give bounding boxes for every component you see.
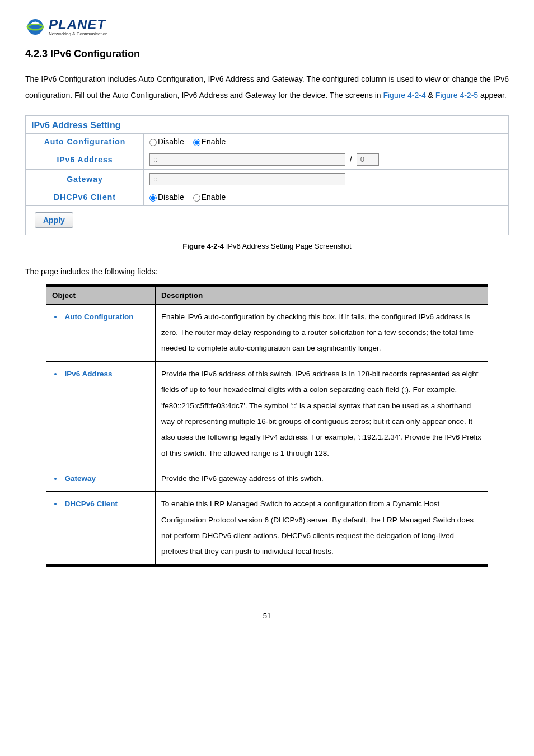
auto-config-disable-option[interactable]: Disable — [149, 137, 184, 146]
intro-suffix: appear. — [480, 91, 507, 100]
logo-name: PLANET — [49, 18, 107, 31]
dhcpv6-enable-text: Enable — [202, 193, 226, 202]
planet-globe-icon — [25, 17, 45, 37]
obj-auto-config: Auto Configuration — [54, 309, 149, 325]
auto-config-enable-text: Enable — [202, 137, 226, 146]
fields-intro: The page includes the following fields: — [25, 267, 509, 276]
figure-link-4-2-5[interactable]: Figure 4-2-5 — [435, 91, 478, 100]
table-row: Gateway Provide the IPv6 gateway address… — [46, 466, 488, 491]
panel-title: IPv6 Address Setting — [26, 116, 508, 133]
gateway-label: Gateway — [26, 169, 144, 189]
dhcpv6-disable-text: Disable — [158, 193, 184, 202]
intro-paragraph: The IPv6 Configuration includes Auto Con… — [25, 71, 509, 104]
obj-gateway: Gateway — [54, 471, 149, 487]
table-row: DHCPv6 Client To enable this LRP Managed… — [46, 492, 488, 564]
auto-config-enable-option[interactable]: Enable — [193, 137, 226, 146]
section-heading: 4.2.3 IPv6 Configuration — [25, 48, 509, 60]
dhcpv6-client-label: DHCPv6 Client — [26, 189, 144, 205]
fields-table: Object Description Auto Configuration En… — [46, 286, 488, 565]
auto-config-disable-radio[interactable] — [149, 139, 157, 146]
desc-auto-config: Enable IPv6 auto-configuration by checki… — [156, 304, 488, 361]
figure-link-4-2-4[interactable]: Figure 4-2-4 — [383, 91, 425, 100]
dhcpv6-disable-radio[interactable] — [149, 194, 157, 202]
prefix-slash: / — [350, 155, 352, 164]
col-header-description: Description — [156, 286, 488, 304]
dhcpv6-enable-option[interactable]: Enable — [193, 193, 226, 202]
obj-dhcpv6-client: DHCPv6 Client — [54, 496, 149, 512]
table-row: IPv6 Address Provide the IPv6 address of… — [46, 361, 488, 466]
figure-caption-text: IPv6 Address Setting Page Screenshot — [226, 242, 352, 250]
auto-config-disable-text: Disable — [158, 137, 184, 146]
gateway-input[interactable] — [149, 173, 345, 185]
logo-block: PLANET Networking & Communication — [25, 17, 509, 37]
desc-gateway: Provide the IPv6 gateway address of this… — [156, 466, 488, 491]
logo-tagline: Networking & Communication — [49, 31, 107, 36]
dhcpv6-disable-option[interactable]: Disable — [149, 193, 184, 202]
intro-amp: & — [428, 91, 435, 100]
col-header-object: Object — [46, 286, 156, 304]
page-number: 51 — [25, 612, 509, 620]
ipv6-prefix-input[interactable] — [357, 153, 379, 166]
auto-config-label: Auto Configuration — [26, 133, 144, 150]
table-row: Auto Configuration Enable IPv6 auto-conf… — [46, 304, 488, 361]
auto-config-enable-radio[interactable] — [193, 139, 200, 146]
figure-caption: Figure 4-2-4 IPv6 Address Setting Page S… — [25, 242, 509, 250]
desc-ipv6-address: Provide the IPv6 address of this switch.… — [156, 361, 488, 466]
desc-dhcpv6-client: To enable this LRP Managed Switch to acc… — [156, 492, 488, 564]
svg-point-0 — [27, 19, 43, 35]
ipv6-address-input[interactable] — [149, 153, 345, 166]
dhcpv6-enable-radio[interactable] — [193, 194, 200, 202]
apply-button[interactable]: Apply — [35, 212, 73, 228]
obj-ipv6-address: IPv6 Address — [54, 366, 149, 382]
ipv6-address-label: IPv6 Address — [26, 150, 144, 169]
figure-caption-bold: Figure 4-2-4 — [182, 242, 226, 250]
ipv6-address-setting-panel: IPv6 Address Setting Auto Configuration … — [25, 115, 509, 235]
